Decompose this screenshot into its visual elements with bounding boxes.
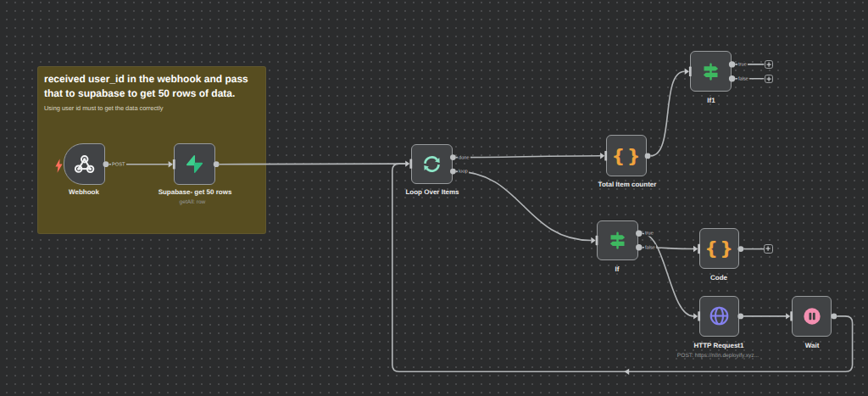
output-port-wait[interactable] — [832, 314, 837, 320]
port-label-post: POST — [111, 161, 126, 167]
node-label-http-request1: HTTP Request1 — [694, 341, 744, 349]
port-label-done: done — [458, 154, 470, 160]
output-port-if1-false[interactable] — [729, 75, 735, 81]
node-label-code: Code — [710, 274, 727, 282]
output-port-http[interactable] — [737, 314, 743, 320]
node-sublabel-http-request1: POST: https://n8n.deployify.xyz... — [677, 352, 759, 358]
input-port-total-item-counter — [600, 151, 607, 160]
output-port-code[interactable] — [738, 246, 744, 252]
node-label-wait: Wait — [804, 341, 819, 349]
output-port-webhook[interactable] — [103, 161, 109, 167]
output-port-total-item-counter[interactable] — [645, 153, 651, 159]
node-label-if: If — [615, 265, 620, 273]
input-port-wait — [786, 311, 793, 321]
port-label-if-false: false — [644, 244, 656, 250]
input-port-supabase — [169, 159, 175, 169]
workflow-canvas[interactable]: received user_id in the webhook and pass… — [0, 0, 868, 396]
input-port-if — [591, 236, 598, 245]
input-port-code — [693, 244, 700, 254]
plus-icon — [766, 62, 771, 67]
add-node-button-code[interactable] — [764, 244, 773, 254]
output-port-if1-true[interactable] — [729, 61, 735, 67]
node-label-loop: Loop Over Items — [405, 188, 459, 196]
port-label-if-true: true — [644, 231, 654, 237]
node-label-total-item-counter: Total Item counter — [598, 181, 656, 188]
input-port-loop — [405, 159, 412, 168]
node-label-webhook: Webhook — [69, 188, 99, 196]
port-label-if1-true: true — [737, 61, 748, 67]
add-node-button-if1-true[interactable] — [765, 60, 774, 70]
add-node-button-if1-false[interactable] — [765, 75, 774, 84]
plus-icon — [766, 76, 771, 81]
output-port-supabase[interactable] — [214, 161, 220, 167]
port-label-if1-false: false — [737, 75, 749, 81]
ports-layer — [0, 0, 868, 396]
plus-icon — [765, 246, 771, 251]
input-port-if1 — [685, 67, 692, 76]
output-port-loop-loop[interactable] — [450, 169, 456, 175]
output-port-if-true[interactable] — [636, 231, 642, 237]
node-sublabel-supabase: getAll: row — [180, 198, 206, 204]
output-port-loop-done[interactable] — [450, 154, 456, 160]
input-port-http — [693, 311, 700, 321]
output-port-if-false[interactable] — [636, 244, 642, 250]
port-label-loop: loop — [458, 169, 469, 175]
node-label-supabase: Supabase- get 50 rows — [158, 188, 231, 196]
node-label-if1: If1 — [707, 97, 715, 104]
